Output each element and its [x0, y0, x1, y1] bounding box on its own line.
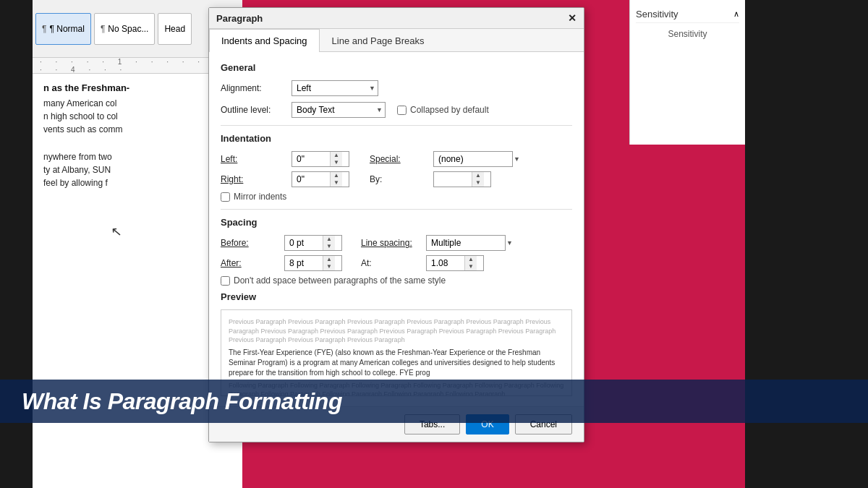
before-input[interactable]	[285, 236, 323, 250]
doc-line-7: feel by allowing f	[43, 176, 231, 189]
before-spin: ▲ ▼	[284, 235, 342, 251]
mirror-indents-checkbox[interactable]	[221, 192, 230, 202]
sensitivity-chevron-up[interactable]: ∧	[733, 9, 739, 19]
collapsed-default-checkbox[interactable]	[397, 106, 407, 115]
dialog-close-icon[interactable]: ✕	[568, 12, 576, 24]
general-section-title: General	[221, 62, 572, 73]
preview-prev-para: Previous Paragraph Previous Paragraph Pr…	[229, 317, 564, 345]
before-label: Before:	[221, 238, 286, 248]
special-select-wrapper: (none) First line Hanging	[433, 151, 523, 167]
outline-level-row: Outline level: Body Text Level 1 Level 2…	[221, 102, 572, 118]
alignment-row: Alignment: Left Center Right Justified	[221, 80, 572, 96]
at-down[interactable]: ▼	[465, 263, 477, 270]
left-indent-down[interactable]: ▼	[331, 159, 342, 166]
at-up[interactable]: ▲	[465, 256, 477, 263]
by-up[interactable]: ▲	[472, 172, 484, 179]
sensitivity-panel: Sensitivity ∧ Sensitivity	[629, 0, 745, 145]
spacing-section-title: Spacing	[221, 217, 572, 228]
pilcrow2-icon: ¶	[101, 24, 105, 34]
left-indent-label: Left:	[221, 154, 286, 164]
dont-add-space-checkbox[interactable]	[221, 276, 230, 286]
collapsed-default-row: Collapsed by default	[397, 105, 489, 115]
indentation-grid: Left: ▲ ▼ Special: (none) First line Han…	[221, 151, 572, 187]
before-spinbtns: ▲ ▼	[323, 236, 335, 250]
dialog-title: Paragraph	[216, 13, 263, 24]
right-indent-spinbtns: ▲ ▼	[330, 172, 342, 187]
doc-line-3: n high school to col	[43, 110, 231, 123]
after-spin: ▲ ▼	[284, 255, 342, 271]
by-label: By:	[370, 174, 435, 184]
after-spinbtns: ▲ ▼	[323, 256, 335, 270]
mirror-indents-label: Mirror indents	[234, 192, 286, 202]
head-label: Head	[164, 24, 185, 34]
doc-line-4: vents such as comm	[43, 123, 231, 136]
right-indent-down[interactable]: ▼	[331, 179, 342, 187]
tab-indents-spacing[interactable]: Indents and Spacing	[209, 29, 320, 52]
by-down[interactable]: ▼	[472, 179, 484, 187]
outline-level-select[interactable]: Body Text Level 1 Level 2 Level 3	[292, 102, 386, 118]
outline-level-select-wrapper: Body Text Level 1 Level 2 Level 3	[292, 102, 386, 118]
by-input[interactable]	[434, 172, 472, 187]
no-spacing-label: No Spac...	[108, 24, 148, 34]
tab-line-page-breaks[interactable]: Line and Page Breaks	[320, 29, 437, 52]
ruler-marks: · · · · · 1 · · · · · · · · 4 · · ·	[40, 58, 235, 74]
line-spacing-select-wrapper: Single 1.5 lines Double At least Exactly…	[426, 235, 516, 251]
sensitivity-header: Sensitivity ∧	[636, 6, 739, 23]
left-indent-input[interactable]	[292, 152, 330, 166]
mouse-cursor: ↖	[110, 224, 120, 239]
after-up[interactable]: ▲	[323, 256, 335, 263]
alignment-select[interactable]: Left Center Right Justified	[292, 80, 378, 96]
before-up[interactable]: ▲	[323, 236, 335, 243]
line-spacing-label: Line spacing:	[355, 238, 420, 248]
after-down[interactable]: ▼	[323, 263, 335, 270]
divider-1	[221, 125, 572, 126]
paragraph-dialog: Paragraph ✕ Indents and Spacing Line and…	[208, 7, 584, 442]
doc-line-1: n as the Freshman-	[43, 81, 231, 95]
left-indent-up[interactable]: ▲	[331, 152, 342, 159]
at-label: At:	[355, 258, 420, 268]
alignment-label: Alignment:	[221, 83, 286, 93]
right-indent-input[interactable]	[292, 172, 330, 187]
after-input[interactable]	[285, 256, 323, 270]
banner: What Is Paragraph Formatting	[0, 380, 868, 423]
pilcrow-icon: ¶	[42, 24, 46, 34]
dialog-tabs: Indents and Spacing Line and Page Breaks	[209, 29, 584, 52]
by-spinbtns: ▲ ▼	[472, 172, 484, 187]
right-indent-up[interactable]: ▲	[331, 172, 342, 179]
at-spinbtns: ▲ ▼	[464, 256, 477, 270]
preview-section-title: Preview	[221, 291, 572, 302]
by-spin: ▲ ▼	[433, 171, 491, 187]
dialog-body: General Alignment: Left Center Right Jus…	[209, 52, 584, 406]
banner-text: What Is Paragraph Formatting	[22, 388, 342, 415]
mirror-indents-row: Mirror indents	[221, 192, 572, 202]
collapsed-default-label: Collapsed by default	[410, 105, 489, 115]
style-no-spacing-button[interactable]: ¶ No Spac...	[94, 13, 155, 45]
line-spacing-select[interactable]: Single 1.5 lines Double At least Exactly…	[426, 235, 506, 251]
left-indent-spin: ▲ ▼	[292, 151, 349, 167]
doc-line-6: ty at Albany, SUN	[43, 163, 231, 176]
outline-level-label: Outline level:	[221, 105, 286, 115]
sensitivity-subtitle: Sensitivity	[636, 26, 739, 42]
after-label: After:	[221, 258, 286, 268]
at-spin: ▲ ▼	[426, 255, 484, 271]
special-label: Special:	[370, 154, 435, 164]
style-head-button[interactable]: Head	[158, 13, 192, 45]
doc-line-2: many American col	[43, 97, 231, 110]
before-down[interactable]: ▼	[323, 243, 335, 250]
right-indent-spin: ▲ ▼	[292, 171, 349, 187]
alignment-select-wrapper: Left Center Right Justified	[292, 80, 378, 96]
dont-add-space-row: Don't add space between paragraphs of th…	[221, 275, 572, 286]
spacing-grid: Before: ▲ ▼ Line spacing: Single 1.5 lin…	[221, 235, 572, 271]
style-normal-button[interactable]: ¶ ¶ Normal	[35, 13, 91, 45]
normal-label: ¶ Normal	[49, 24, 84, 34]
divider-2	[221, 209, 572, 210]
left-indent-spinbtns: ▲ ▼	[330, 152, 342, 166]
at-input[interactable]	[427, 256, 464, 270]
dialog-titlebar: Paragraph ✕	[209, 8, 584, 29]
sensitivity-title: Sensitivity	[636, 9, 678, 20]
indentation-section-title: Indentation	[221, 133, 572, 144]
special-select[interactable]: (none) First line Hanging	[433, 151, 513, 167]
preview-main-text: The First-Year Experience (FYE) (also kn…	[229, 348, 564, 378]
doc-line-5: nywhere from two	[43, 150, 231, 163]
dont-add-space-label: Don't add space between paragraphs of th…	[234, 275, 446, 286]
